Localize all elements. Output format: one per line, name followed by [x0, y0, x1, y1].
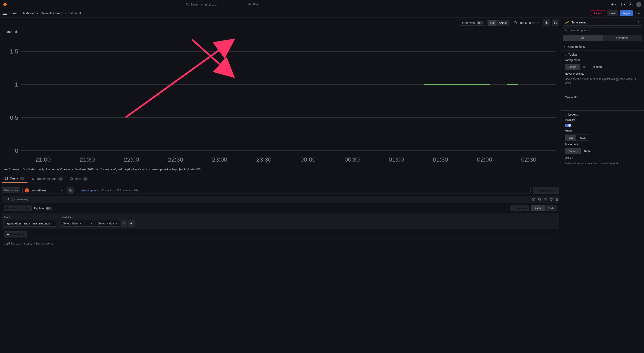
chevron-right-icon: ›	[564, 45, 565, 48]
operator-value: =	[87, 222, 89, 225]
menu-toggle[interactable]	[2, 12, 7, 15]
add-filter-button[interactable]	[128, 220, 134, 227]
options-pane: Time series All Overrides › Panel option…	[561, 17, 644, 353]
tab-query[interactable]: Query 1	[2, 175, 28, 183]
datasource-select[interactable]: prometheus	[22, 187, 65, 194]
search-input[interactable]	[191, 3, 245, 6]
svg-line-1	[188, 5, 189, 5]
breadcrumb-new-dashboard[interactable]: New dashboard	[42, 11, 63, 15]
label-select[interactable]: Select label	[60, 220, 84, 227]
visibility-toggle[interactable]	[565, 124, 571, 127]
search-options-input[interactable]	[570, 28, 640, 32]
svg-point-34	[533, 199, 534, 199]
legend-header[interactable]: ⌄ Legend	[561, 111, 644, 118]
placement-right[interactable]: Right	[581, 148, 594, 154]
delete-query-button[interactable]	[550, 198, 553, 201]
tab-alert[interactable]: Alert 0	[67, 175, 91, 183]
metric-select[interactable]: application_ready_time_seconds	[4, 220, 56, 227]
apply-button[interactable]: Apply	[620, 10, 633, 16]
placement-bottom[interactable]: Bottom	[565, 148, 581, 154]
actual-option[interactable]: Actual	[496, 20, 509, 26]
svg-point-38	[545, 199, 546, 200]
add-button[interactable]	[610, 2, 618, 7]
svg-point-43	[556, 200, 557, 201]
hover-proximity-input[interactable]	[565, 87, 640, 93]
builder-option[interactable]: Builder	[531, 205, 545, 211]
svg-text:0.5: 0.5	[10, 114, 18, 121]
time-series-chart[interactable]: 1.5 1 0.5 0 21:0021:3022:00 22:3023:0023…	[4, 35, 556, 167]
breadcrumb-dashboards[interactable]: Dashboards	[22, 11, 38, 15]
remove-filter-button[interactable]	[121, 220, 127, 227]
tab-badge: 1	[20, 177, 24, 180]
svg-text:21:30: 21:30	[80, 156, 95, 163]
operator-select[interactable]: =	[85, 220, 95, 227]
placement-label: Placement	[565, 143, 640, 146]
explain-toggle[interactable]	[46, 207, 52, 210]
tooltip-mode-label: Tooltip mode	[565, 58, 640, 62]
query-help-button[interactable]	[532, 198, 535, 201]
breadcrumb-current: Edit panel	[68, 11, 81, 15]
query-row-header[interactable]: ⌄ A (prometheus)	[2, 196, 559, 203]
chart-legend[interactable]: {__name__="application_ready_time_second…	[4, 168, 556, 171]
grafana-logo-icon[interactable]	[2, 2, 8, 7]
panel-title: Panel Title	[4, 30, 556, 33]
chevron-right-icon[interactable]	[638, 21, 640, 24]
tab-label: Transform data	[36, 177, 56, 181]
section-title: Panel options	[567, 45, 585, 48]
value-select[interactable]: Select value	[96, 220, 120, 227]
tooltip-header[interactable]: ⌄ Tooltip	[561, 51, 644, 58]
global-search[interactable]: ⌨⌘+k	[184, 2, 260, 7]
collapse-pane-button[interactable]	[635, 11, 642, 15]
operations-row: Operations	[2, 229, 559, 240]
query-tabs: Query 1 Transform data 0 Alert 0	[2, 175, 559, 183]
panel-toolbar: Table view Fill Actual Last 6 hours	[2, 19, 559, 26]
discard-button[interactable]: Discard	[590, 10, 605, 16]
toggle-switch[interactable]	[477, 21, 484, 24]
add-operations-button[interactable]: Operations	[4, 231, 27, 238]
help-button[interactable]: ?	[620, 2, 626, 7]
query-inspector-button[interactable]: Query inspector	[533, 187, 559, 194]
prometheus-icon	[25, 188, 29, 192]
builder-code-toggle: Builder Code	[531, 205, 557, 211]
svg-point-4	[630, 5, 630, 6]
query-options-button[interactable]: › Query options MD = auto = 1080 Interva…	[76, 187, 530, 194]
values-label: Values	[565, 156, 640, 160]
tab-transform[interactable]: Transform data 0	[28, 175, 66, 183]
svg-point-42	[558, 199, 558, 200]
news-button[interactable]	[628, 2, 634, 7]
drag-handle[interactable]	[556, 198, 558, 201]
breadcrumb-home[interactable]: Home	[10, 11, 17, 15]
tooltip-mode-all[interactable]: All	[580, 64, 590, 70]
tooltip-mode-hidden[interactable]: Hidden	[590, 64, 605, 70]
tooltip-mode-single[interactable]: Single	[565, 64, 580, 70]
tab-overrides[interactable]: Overrides	[603, 35, 642, 41]
table-view-toggle[interactable]: Table view	[459, 20, 486, 25]
tab-all[interactable]: All	[563, 35, 603, 41]
fill-option[interactable]: Fill	[488, 20, 496, 26]
time-range-picker[interactable]: Last 6 hours	[511, 19, 541, 26]
duplicate-query-button[interactable]	[538, 198, 541, 201]
placement-group: Bottom Right	[565, 148, 594, 154]
run-queries-button[interactable]: Run queries	[510, 206, 529, 211]
search-options[interactable]	[563, 27, 642, 33]
visualization-picker[interactable]: Time series	[563, 19, 642, 25]
datasource-settings-button[interactable]	[67, 187, 74, 194]
user-avatar[interactable]	[636, 2, 642, 7]
refresh-button[interactable]	[552, 19, 559, 26]
panel-options-header[interactable]: › Panel options	[561, 43, 644, 50]
legend-mode-list[interactable]: List	[565, 135, 576, 140]
svg-text:01:30: 01:30	[433, 156, 448, 163]
code-option[interactable]: Code	[545, 205, 557, 211]
zoom-out-button[interactable]	[543, 19, 550, 26]
toggle-visibility-button[interactable]	[544, 198, 547, 201]
chevron-down-icon	[116, 222, 118, 224]
hover-proximity-label: Hover proximity	[565, 72, 640, 75]
save-button[interactable]: Save	[607, 10, 618, 16]
max-width-input[interactable]	[565, 101, 640, 107]
legend-mode-table[interactable]: Table	[576, 135, 590, 140]
svg-point-45	[566, 29, 567, 31]
svg-rect-36	[539, 199, 540, 200]
svg-line-46	[567, 30, 568, 31]
breadcrumb-bar: Home › Dashboards › New dashboard › Edit…	[0, 9, 644, 17]
kick-start-button[interactable]: Kick start your query	[4, 206, 32, 211]
